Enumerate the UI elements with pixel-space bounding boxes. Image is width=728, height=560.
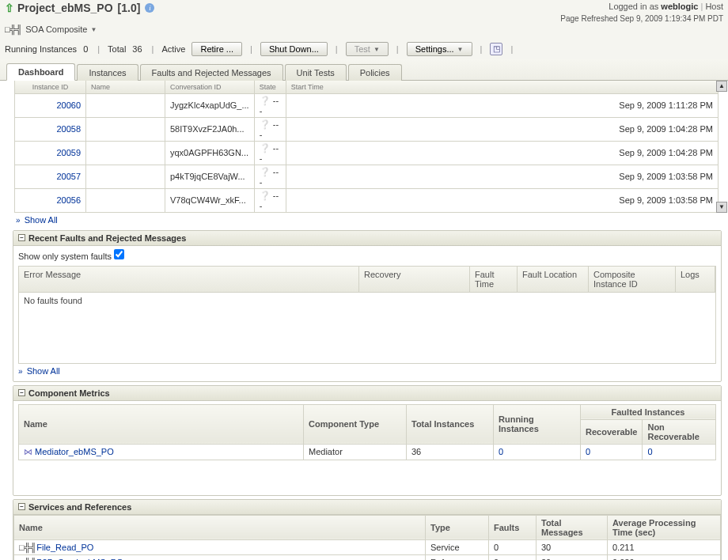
avg-time: 0.211 <box>608 539 721 554</box>
col-avg-time[interactable]: Average Processing Time (sec) <box>608 515 721 539</box>
settings-button[interactable]: Settings...▼ <box>407 42 472 56</box>
chevron-down-icon[interactable]: ▼ <box>91 26 97 33</box>
faults-count: 0 <box>489 539 537 554</box>
instance-id-link[interactable]: 20059 <box>56 148 81 157</box>
collapse-icon[interactable]: − <box>18 234 25 241</box>
running-instances-link[interactable]: 0 <box>499 447 503 456</box>
scroll-up-button[interactable]: ▲ <box>716 81 727 92</box>
col-running-instances[interactable]: Running Instances <box>494 404 581 444</box>
component-type: Mediator <box>304 444 407 460</box>
table-row: 2005858IT9XvzF2JA0h...❔ ---Sep 9, 2009 1… <box>15 117 719 141</box>
col-start-time[interactable]: Start Time <box>286 81 718 93</box>
recent-faults-title: Recent Faults and Rejected Messages <box>28 233 186 243</box>
state-icon: ❔ <box>260 119 271 129</box>
tab-bar: Dashboard Instances Faults and Rejected … <box>0 59 728 81</box>
service-type: Reference <box>426 554 489 560</box>
collapse-icon[interactable]: − <box>18 389 25 396</box>
services-table: Name Type Faults Total Messages Average … <box>13 515 721 561</box>
binding-icon: □╬╣ <box>19 558 36 561</box>
services-references-title: Services and References <box>28 502 131 512</box>
chevron-down-icon: ▼ <box>457 46 464 53</box>
tab-policies[interactable]: Policies <box>348 64 402 81</box>
col-recoverable[interactable]: Recoverable <box>581 419 643 444</box>
active-label: Active <box>161 44 185 54</box>
col-total-messages[interactable]: Total Messages <box>537 515 608 539</box>
col-composite-instance-id[interactable]: Composite Instance ID <box>589 267 676 292</box>
col-conversation-id[interactable]: Conversation ID <box>165 81 255 93</box>
total-value: 36 <box>132 44 143 54</box>
col-component-type[interactable]: Component Type <box>304 404 407 444</box>
services-references-section: − Services and References Name Type Faul… <box>13 499 722 561</box>
tab-faults[interactable]: Faults and Rejected Messages <box>140 64 283 81</box>
test-button[interactable]: Test▼ <box>346 42 389 56</box>
instance-id-link[interactable]: 20058 <box>56 124 81 134</box>
composite-version: [1.0] <box>118 2 141 14</box>
col-faulted-instances[interactable]: Faulted Instances <box>581 404 716 419</box>
col-type[interactable]: Type <box>426 515 489 539</box>
component-metrics-table: Name Component Type Total Instances Runn… <box>18 404 716 460</box>
col-total-instances[interactable]: Total Instances <box>407 404 494 444</box>
chevron-down-icon: ▼ <box>373 46 380 53</box>
collapse-icon[interactable]: − <box>18 503 25 510</box>
recent-faults-section: − Recent Faults and Rejected Messages Sh… <box>13 230 722 382</box>
related-links-icon[interactable]: ◳ <box>490 43 502 55</box>
recoverable-link[interactable]: 0 <box>586 447 590 456</box>
breadcrumb-soa-composite[interactable]: SOA Composite <box>25 25 87 34</box>
col-fault-location[interactable]: Fault Location <box>518 267 589 292</box>
conversation-id: JygzKlc4xapUdG_... <box>165 93 255 117</box>
start-time: Sep 9, 2009 1:04:28 PM <box>286 141 718 165</box>
table-row: 20060JygzKlc4xapUdG_...❔ ---Sep 9, 2009 … <box>15 93 719 117</box>
running-instances-value: 0 <box>83 44 89 54</box>
col-recovery[interactable]: Recovery <box>359 267 470 292</box>
col-state[interactable]: State <box>254 81 286 93</box>
conversation-id: yqx0AGPFH63GN... <box>165 141 255 165</box>
table-row: □╬╣B2B_Send_ebMS_POReference0300.039 <box>14 554 721 560</box>
total-instances: 36 <box>407 444 494 460</box>
start-time: Sep 9, 2009 1:03:58 PM <box>286 188 718 212</box>
chevron-right-icon: » <box>18 367 23 376</box>
table-row: 20057p4kT9jqCE8VajW...❔ ---Sep 9, 2009 1… <box>15 165 719 188</box>
col-error-message[interactable]: Error Message <box>19 267 359 292</box>
faults-header: Error Message Recovery Fault Time Fault … <box>18 266 716 293</box>
col-logs[interactable]: Logs <box>676 267 715 292</box>
component-link[interactable]: Mediator_ebMS_PO <box>35 447 114 456</box>
col-fault-time[interactable]: Fault Time <box>470 267 518 292</box>
state-icon: ❔ <box>260 143 271 153</box>
service-link[interactable]: B2B_Send_ebMS_PO <box>36 558 123 561</box>
nonrecoverable-link[interactable]: 0 <box>647 447 652 456</box>
tab-unittests[interactable]: Unit Tests <box>285 64 347 81</box>
only-system-faults-checkbox[interactable] <box>114 249 124 259</box>
scroll-down-button[interactable]: ▼ <box>716 202 727 213</box>
retire-button[interactable]: Retire ... <box>191 42 242 56</box>
component-metrics-section: − Component Metrics Name Component Type … <box>13 385 722 496</box>
table-row: 20059yqx0AGPFH63GN...❔ ---Sep 9, 2009 1:… <box>15 141 719 165</box>
recent-instances-table: Instance ID Name Conversation ID State S… <box>14 81 719 213</box>
conversation-id: V78qCW4Wr_xkF... <box>165 188 255 212</box>
info-icon[interactable]: i <box>145 3 154 13</box>
col-nonrecoverable[interactable]: Non Recoverable <box>643 419 716 444</box>
conversation-id: 58IT9XvzF2JA0h... <box>165 117 255 141</box>
tab-instances[interactable]: Instances <box>77 64 138 81</box>
col-instance-id[interactable]: Instance ID <box>15 81 86 93</box>
instance-id-link[interactable]: 20060 <box>56 100 81 110</box>
show-all-instances-link[interactable]: Show All <box>25 215 58 225</box>
service-link[interactable]: File_Read_PO <box>36 543 93 552</box>
running-instances-label: Running Instances <box>5 44 77 54</box>
instance-id-link[interactable]: 20057 <box>56 172 81 181</box>
col-faults[interactable]: Faults <box>489 515 537 539</box>
table-row: ⋈ Mediator_ebMS_POMediator36000 <box>19 444 716 460</box>
tab-dashboard[interactable]: Dashboard <box>6 63 75 81</box>
col-name[interactable]: Name <box>86 81 165 93</box>
messages-count: 30 <box>537 539 608 554</box>
col-name[interactable]: Name <box>19 404 304 444</box>
mediator-icon: ⋈ <box>24 447 32 456</box>
page-title: Project_ebMS_PO <box>17 2 113 14</box>
faults-count: 0 <box>489 554 537 560</box>
show-all-faults-link[interactable]: Show All <box>27 366 60 376</box>
col-name[interactable]: Name <box>14 515 426 539</box>
shutdown-button[interactable]: Shut Down... <box>260 42 328 56</box>
binding-icon: □╬╣ <box>19 543 36 552</box>
avg-time: 0.039 <box>608 554 721 560</box>
instance-id-link[interactable]: 20056 <box>56 195 81 205</box>
only-system-faults-label: Show only system faults <box>18 252 112 261</box>
